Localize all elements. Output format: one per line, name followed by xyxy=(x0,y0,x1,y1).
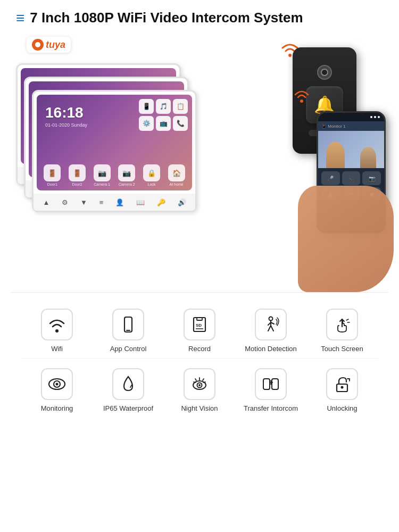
app-control-label: App Control xyxy=(110,345,147,353)
svg-line-23 xyxy=(203,379,204,380)
transfer-intercom-icon-box xyxy=(255,368,287,400)
svg-point-2 xyxy=(55,329,59,332)
record-feature: SD Record xyxy=(168,309,231,353)
svg-rect-6 xyxy=(197,318,202,320)
wifi-feature: Wifi xyxy=(25,309,89,353)
monitoring-label: Monitoring xyxy=(41,404,73,412)
app-door2: 🚪 Door2 xyxy=(69,164,86,186)
svg-line-11 xyxy=(268,326,271,331)
person-head xyxy=(326,142,345,168)
toolbar-menu-icon: ≡ xyxy=(99,198,104,206)
monitor-front: 16:18 01-01-2020 Sunday 📱 🎵 📋 ⚙️ 📺 📞 🚪 D… xyxy=(32,90,197,212)
waterproof-feature: IP65 Waterproof xyxy=(96,368,160,412)
app-icon-call: 📞 xyxy=(173,116,188,131)
unlocking-icon-box xyxy=(326,368,358,400)
transfer-intercom-feature: Transfer Intorcom xyxy=(239,368,303,412)
person2-head xyxy=(360,147,376,168)
wifi-icon-box xyxy=(41,309,73,340)
phone-ctrl-call[interactable]: 📞 xyxy=(342,171,361,185)
motion-detection-icon xyxy=(261,315,280,334)
app-home: 🏠 At home xyxy=(168,164,185,186)
doorbell-camera-lens xyxy=(321,69,328,76)
app-icon-settings: ⚙️ xyxy=(139,116,154,131)
phone-app-title: 📱 Monitor 1 xyxy=(321,124,346,129)
waterproof-label: IP65 Waterproof xyxy=(103,404,153,412)
svg-rect-26 xyxy=(263,379,270,389)
monitor-date: 01-01-2020 Sunday xyxy=(45,122,87,128)
wifi-signal-doorbell xyxy=(293,87,311,105)
monitoring-icon-box xyxy=(41,368,73,400)
monitor-toolbar: ▲ ⚙ ▼ ≡ 👤 📖 🔑 🔊 xyxy=(34,194,195,211)
toolbar-down-icon: ▼ xyxy=(80,198,87,206)
svg-line-22 xyxy=(195,379,196,380)
waterproof-icon xyxy=(119,375,138,394)
unlocking-label: Unlocking xyxy=(327,404,357,412)
toolbar-book-icon: 📖 xyxy=(136,198,145,206)
toolbar-sound-icon: 🔊 xyxy=(178,198,186,206)
features-row-2: Monitoring IP65 Waterproof xyxy=(21,363,378,418)
wifi-label: Wifi xyxy=(51,345,63,353)
toolbar-settings-icon: ⚙ xyxy=(62,198,68,206)
touch-screen-feature: Touch Screen xyxy=(310,309,374,353)
monitoring-feature: Monitoring xyxy=(25,368,89,412)
svg-text:SD: SD xyxy=(196,323,202,328)
svg-point-0 xyxy=(288,54,292,57)
doorbell-camera xyxy=(317,65,332,80)
motion-detection-label: Motion Detection xyxy=(245,345,297,353)
unlocking-feature: Unlocking xyxy=(310,368,374,412)
svg-line-25 xyxy=(203,382,205,383)
tuya-badge: tuya xyxy=(27,37,71,53)
monitoring-icon xyxy=(47,375,66,394)
wifi-icon xyxy=(47,315,66,334)
header-icon: ≡ xyxy=(16,11,24,26)
night-vision-icon xyxy=(190,375,209,394)
touch-screen-icon-box xyxy=(326,309,358,340)
phone-video-feed xyxy=(318,131,384,168)
record-icon-box: SD xyxy=(184,309,215,340)
touch-screen-label: Touch Screen xyxy=(321,345,363,353)
toolbar-key-icon: 🔑 xyxy=(157,198,165,206)
phone-ctrl-mic[interactable]: 🎤 xyxy=(321,171,340,185)
monitor-app-icons: 📱 🎵 📋 ⚙️ 📺 📞 xyxy=(139,99,188,131)
toolbar-user-icon: 👤 xyxy=(115,198,124,206)
monitor-bottom-apps: 🚪 Door1 🚪 Door2 📷 Camera 1 📷 Camera 2 xyxy=(37,164,192,186)
unlocking-icon xyxy=(332,375,352,394)
phone-hand-area: 📱 Monitor 1 🎤 📞 📷 🔒 📸 ⏺ xyxy=(277,111,394,292)
svg-point-20 xyxy=(198,384,201,386)
monitor-time: 16:18 xyxy=(45,104,84,121)
svg-line-24 xyxy=(194,382,196,383)
svg-point-9 xyxy=(269,317,273,321)
record-label: Record xyxy=(188,345,211,353)
app-control-icon-box xyxy=(112,309,144,340)
night-vision-icon-box xyxy=(184,368,215,400)
monitor-front-screen: 16:18 01-01-2020 Sunday 📱 🎵 📋 ⚙️ 📺 📞 🚪 D… xyxy=(37,95,192,190)
record-icon: SD xyxy=(190,315,209,334)
hand-shape xyxy=(298,186,394,292)
phone-ctrl-cam[interactable]: 📷 xyxy=(362,171,381,185)
night-vision-feature: Night Vision xyxy=(168,368,231,412)
app-icon-devices: 📱 xyxy=(139,99,154,114)
phone-app-header: 📱 Monitor 1 xyxy=(318,121,384,131)
svg-rect-27 xyxy=(272,379,278,389)
transfer-intercom-label: Transfer Intorcom xyxy=(244,404,298,412)
tuya-label: tuya xyxy=(46,39,65,51)
features-section: Wifi App Control SD Record xyxy=(11,292,388,427)
app-icon-ring: 🎵 xyxy=(156,99,171,114)
product-area: tuya 16:18 16:18 16:18 xyxy=(0,31,399,287)
svg-rect-3 xyxy=(124,317,132,332)
transfer-intercom-icon xyxy=(261,375,280,394)
app-control-feature: App Control xyxy=(96,309,160,353)
phone-status-bar xyxy=(318,113,384,121)
page-header: ≡ 7 Inch 1080P WiFi Video Intercom Syste… xyxy=(0,0,399,31)
app-icon-record: 📋 xyxy=(173,99,188,114)
night-vision-label: Night Vision xyxy=(181,404,218,412)
app-lock: 🔒 Lock xyxy=(143,164,160,186)
motion-detection-feature: Motion Detection xyxy=(239,309,303,353)
app-icon-media: 📺 xyxy=(156,116,171,131)
app-cam1: 📷 Camera 1 xyxy=(94,164,111,186)
features-row-1: Wifi App Control SD Record xyxy=(21,303,378,359)
page-title: 7 Inch 1080P WiFi Video Intercom System xyxy=(30,10,303,26)
svg-point-1 xyxy=(300,99,303,103)
waterproof-icon-box xyxy=(112,368,144,400)
svg-point-17 xyxy=(56,383,59,386)
